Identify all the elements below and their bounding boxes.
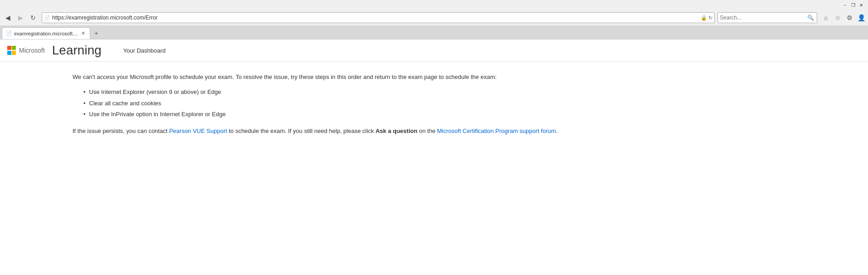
tab-close-button[interactable]: ✕ [80, 30, 86, 37]
search-input[interactable] [720, 15, 806, 21]
error-intro: We can't access your Microsoft profile t… [73, 73, 795, 82]
search-bar[interactable]: 🔍 [718, 12, 817, 23]
dashboard-link[interactable]: Your Dashboard [120, 45, 169, 56]
new-tab-button[interactable]: + [90, 27, 102, 39]
logo-green-square [12, 46, 16, 50]
minimize-button[interactable]: − [842, 2, 848, 8]
back-icon: ◀ [5, 14, 10, 21]
refresh-icon: ↻ [30, 14, 36, 21]
back-button[interactable]: ◀ [2, 12, 14, 24]
support-text-3: on the [417, 128, 437, 134]
ms-certification-forum-link[interactable]: Microsoft Certification Program support … [437, 128, 556, 134]
lock-icon: 🔒 [701, 15, 707, 21]
forward-icon: ▶ [18, 14, 23, 21]
tab-bar: 📄 examregistration.microsoft.... ✕ + [0, 25, 868, 39]
logo-red-square [7, 46, 11, 50]
logo-yellow-square [12, 51, 16, 55]
restore-button[interactable]: ❐ [850, 2, 856, 8]
title-bar: − ❐ ✕ [0, 0, 868, 10]
support-paragraph: If the issue persists, you can contact P… [73, 127, 795, 136]
search-icon[interactable]: 🔍 [806, 15, 815, 21]
browser-chrome: − ❐ ✕ ◀ ▶ ↻ 📄 https://examregistration.m… [0, 0, 868, 39]
error-steps-list: Use Internet Explorer (version 9 or abov… [83, 88, 795, 119]
page-title: Learning [52, 43, 102, 58]
forward-button[interactable]: ▶ [15, 12, 26, 24]
support-text-1: If the issue persists, you can contact [73, 128, 169, 134]
microsoft-logo [7, 46, 16, 55]
list-item: Clear all cache and cookies [83, 99, 795, 108]
address-icons: 🔒 ↻ [701, 15, 713, 21]
gear-icon[interactable]: ⚙ [844, 13, 854, 23]
page-icon: 📄 [44, 15, 50, 21]
home-icon[interactable]: ⌂ [821, 13, 831, 23]
tab-label: examregistration.microsoft.... [14, 31, 78, 36]
logo-blue-square [7, 51, 11, 55]
user-icon[interactable]: 👤 [856, 13, 866, 23]
refresh-button[interactable]: ↻ [27, 12, 39, 24]
error-content: We can't access your Microsoft profile t… [0, 62, 868, 152]
ask-question-label: Ask a question [375, 128, 417, 134]
ms-brand-label: Microsoft [19, 47, 45, 54]
list-item: Use Internet Explorer (version 9 or abov… [83, 88, 795, 97]
star-icon[interactable]: ☆ [833, 13, 843, 23]
address-url: https://examregistration.microsoft.com/E… [52, 15, 701, 21]
page-header: Microsoft Learning Your Dashboard [0, 39, 868, 62]
toolbar-icons: ⌂ ☆ ⚙ 👤 [821, 13, 866, 23]
close-button[interactable]: ✕ [858, 2, 864, 8]
address-refresh-icon[interactable]: ↻ [708, 15, 713, 21]
list-item: Use the InPrivate option in Internet Exp… [83, 110, 795, 119]
support-text-4: . [556, 128, 558, 134]
support-text-2: to schedule the exam. If you still need … [227, 128, 375, 134]
pearson-vue-support-link[interactable]: Pearson VUE Support [169, 128, 227, 134]
page-content: Microsoft Learning Your Dashboard We can… [0, 39, 868, 262]
tab-favicon: 📄 [6, 30, 12, 37]
address-bar[interactable]: 📄 https://examregistration.microsoft.com… [42, 12, 715, 23]
tab-active[interactable]: 📄 examregistration.microsoft.... ✕ [2, 27, 90, 39]
nav-bar: ◀ ▶ ↻ 📄 https://examregistration.microso… [0, 10, 868, 25]
